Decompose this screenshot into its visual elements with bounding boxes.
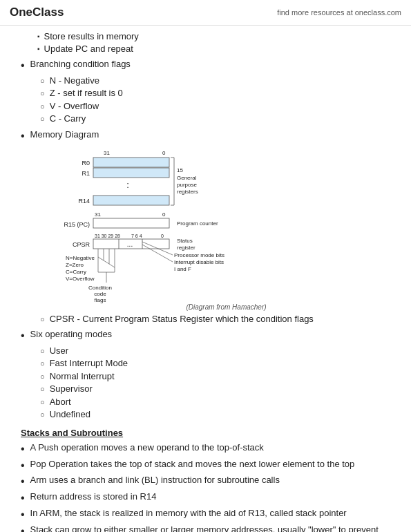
prelude-section: ▪ Store results in memory ▪ Update PC an…: [21, 31, 390, 55]
list-item: ○ N - Negative: [40, 75, 390, 87]
svg-text:Processor mode bits: Processor mode bits: [174, 252, 224, 258]
header: OneClass find more resources at oneclass…: [0, 0, 411, 26]
svg-text:Status: Status: [177, 238, 193, 244]
diagram-caption: (Diagram from Hamacher): [62, 303, 390, 311]
branching-item-1: Z - set if result is 0: [50, 88, 123, 98]
branching-section: • Branching condition flags ○ N - Negati…: [21, 59, 390, 125]
header-tagline: find more resources at oneclass.com: [277, 8, 401, 17]
svg-text:Program counter: Program counter: [177, 220, 218, 227]
svg-text:Interrupt disable bits: Interrupt disable bits: [174, 259, 224, 265]
list-item: • In ARM, the stack is realized in memor…: [21, 508, 390, 522]
svg-text:R14: R14: [78, 198, 90, 205]
logo-one: One: [10, 6, 32, 19]
memory-title: Memory Diagram: [30, 129, 99, 140]
stacks-section: Stacks and Subroutines • A Push operatio…: [21, 428, 390, 532]
memory-diagram-svg: 31 0 R0 R1 : R14 15 General purp: [62, 148, 228, 300]
list-item: ○ C - Carry: [40, 113, 390, 125]
branching-item-3: C - Carry: [50, 113, 86, 124]
svg-text:31: 31: [95, 211, 101, 218]
list-item: ○ Supervisor: [40, 383, 390, 395]
svg-line-35: [98, 257, 115, 267]
bullet-icon: •: [21, 475, 25, 489]
svg-text:R1: R1: [82, 170, 90, 177]
circle-bullet-icon: ○: [40, 383, 45, 395]
svg-text:31: 31: [104, 150, 110, 156]
svg-text:C=Carry: C=Carry: [66, 269, 86, 275]
list-item: ○ Undefined: [40, 409, 390, 421]
list-item: ○ User: [40, 345, 390, 357]
list-item: • Stack can grow to either smaller or la…: [21, 524, 390, 532]
svg-text:...: ...: [127, 240, 133, 248]
six-modes-header: • Six operating modes: [21, 329, 390, 343]
svg-text:Condition: Condition: [88, 285, 112, 291]
logo: OneClass: [10, 6, 64, 19]
svg-rect-5: [93, 168, 169, 178]
stacks-bullet-0: A Push operation moves a new operand to …: [30, 442, 264, 453]
stacks-bullet-5: Stack can grow to either smaller or larg…: [30, 524, 390, 532]
memory-diagram-section: • Memory Diagram 31 0 R0 R1 : R14: [21, 129, 390, 325]
svg-text:register: register: [177, 245, 195, 251]
svg-text:7  6  4: 7 6 4: [131, 234, 142, 238]
diagram-area: 31 0 R0 R1 : R14 15 General purp: [62, 148, 390, 311]
stacks-bullet-2: Arm uses a branch and link (BL) instruct…: [30, 475, 280, 485]
branching-item-0: N - Negative: [50, 75, 99, 86]
bullet-icon: •: [21, 129, 25, 144]
circle-bullet-icon: ○: [40, 113, 45, 125]
six-modes-section: • Six operating modes ○ User ○ Fast Inte…: [21, 329, 390, 421]
branching-header: • Branching condition flags: [21, 59, 390, 73]
list-item: ▪ Update PC and repeat: [37, 44, 390, 55]
memory-header: • Memory Diagram: [21, 129, 390, 144]
list-item: ▪ Store results in memory: [37, 31, 390, 42]
bullet-icon: •: [21, 524, 25, 532]
list-item: • Pop Operation takes the top of stack a…: [21, 459, 390, 473]
bullet-icon: •: [21, 442, 25, 457]
svg-text:0: 0: [162, 211, 166, 218]
svg-text:31 30 29 28: 31 30 29 28: [95, 234, 120, 238]
stacks-bullet-1: Pop Operation takes the top of stack and…: [30, 459, 355, 469]
svg-text:flags: flags: [95, 297, 106, 303]
circle-bullet-icon: ○: [40, 75, 45, 87]
svg-text:0: 0: [162, 150, 166, 156]
svg-text:V=Overflow: V=Overflow: [66, 276, 95, 282]
list-item: ○ Fast Interrupt Mode: [40, 358, 390, 370]
svg-text:R15 (PC): R15 (PC): [64, 221, 90, 228]
circle-bullet-icon: ○: [40, 358, 45, 370]
bullet-icon: •: [21, 508, 25, 522]
list-item: • Return address is stored in R14: [21, 491, 390, 506]
branching-item-2: V - Overflow: [50, 101, 99, 111]
list-item: • Arm uses a branch and link (BL) instru…: [21, 475, 390, 489]
svg-text:I and F: I and F: [174, 266, 191, 272]
mode-5: Undefined: [50, 409, 90, 419]
svg-text:Z=Zero: Z=Zero: [66, 262, 84, 268]
mode-1: Fast Interrupt Mode: [50, 358, 128, 368]
svg-text:CPSR: CPSR: [73, 241, 90, 248]
list-item: ○ Abort: [40, 397, 390, 408]
stacks-bullet-4: In ARM, the stack is realized in memory …: [30, 508, 347, 518]
svg-text:R0: R0: [82, 160, 90, 167]
stacks-title: Stacks and Subroutines: [21, 428, 390, 438]
cpsr-description: ○ CPSR - Current Program Status Register…: [40, 314, 390, 325]
bullet-icon: •: [21, 329, 25, 343]
circle-bullet-icon: ○: [40, 101, 45, 113]
branching-title: Branching condition flags: [30, 59, 131, 69]
list-item: ○ Z - set if result is 0: [40, 88, 390, 99]
prelude-item-2: Update PC and repeat: [44, 44, 133, 54]
circle-bullet-icon: ○: [40, 397, 45, 408]
list-item: • A Push operation moves a new operand t…: [21, 442, 390, 457]
list-item: ○ Normal Interrupt: [40, 371, 390, 383]
mode-2: Normal Interrupt: [50, 371, 115, 381]
bullet-icon: •: [21, 491, 25, 506]
prelude-item-1: Store results in memory: [44, 31, 139, 41]
circle-bullet-icon: ○: [40, 409, 45, 421]
svg-text:code: code: [94, 291, 106, 297]
square-bullet-icon: ▪: [37, 31, 40, 42]
bullet-icon: •: [21, 459, 25, 473]
circle-bullet-icon: ○: [40, 88, 45, 99]
svg-text:purpose: purpose: [177, 182, 197, 188]
list-item: ○ V - Overflow: [40, 101, 390, 113]
bullet-icon: •: [21, 59, 25, 73]
square-bullet-icon: ▪: [37, 44, 40, 55]
circle-bullet-icon: ○: [40, 371, 45, 383]
logo-class: Class: [32, 6, 64, 19]
circle-bullet-icon: ○: [40, 345, 45, 357]
